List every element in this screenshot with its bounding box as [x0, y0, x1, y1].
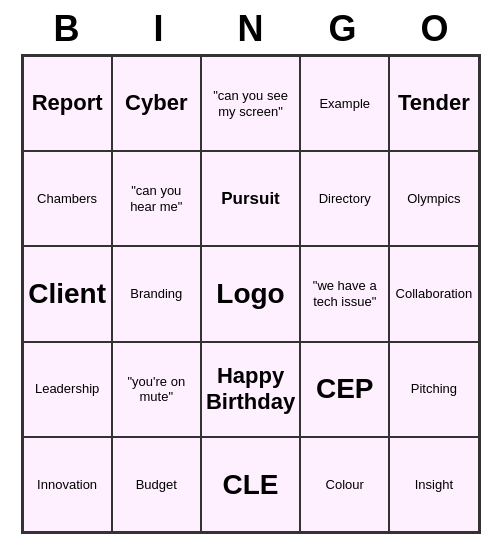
bingo-letter-b: B	[23, 8, 111, 50]
bingo-cell-2-0: Client	[23, 246, 112, 341]
bingo-cell-2-1: Branding	[112, 246, 201, 341]
bingo-cell-0-3: Example	[300, 56, 389, 151]
bingo-letter-i: I	[115, 8, 203, 50]
bingo-letter-g: G	[299, 8, 387, 50]
bingo-grid: ReportCyber"can you see my screen"Exampl…	[21, 54, 481, 534]
bingo-cell-1-0: Chambers	[23, 151, 112, 246]
bingo-cell-3-4: Pitching	[389, 342, 478, 437]
bingo-cell-4-3: Colour	[300, 437, 389, 532]
bingo-letter-n: N	[207, 8, 295, 50]
bingo-cell-1-1: "can you hear me"	[112, 151, 201, 246]
bingo-cell-4-2: CLE	[201, 437, 300, 532]
bingo-cell-2-3: "we have a tech issue"	[300, 246, 389, 341]
bingo-header: BINGO	[21, 0, 481, 54]
bingo-cell-3-2: Happy Birthday	[201, 342, 300, 437]
bingo-cell-3-0: Leadership	[23, 342, 112, 437]
bingo-cell-1-3: Directory	[300, 151, 389, 246]
bingo-cell-1-2: Pursuit	[201, 151, 300, 246]
bingo-cell-2-2: Logo	[201, 246, 300, 341]
bingo-cell-0-2: "can you see my screen"	[201, 56, 300, 151]
bingo-cell-0-0: Report	[23, 56, 112, 151]
bingo-cell-0-1: Cyber	[112, 56, 201, 151]
bingo-cell-4-4: Insight	[389, 437, 478, 532]
bingo-cell-0-4: Tender	[389, 56, 478, 151]
bingo-cell-1-4: Olympics	[389, 151, 478, 246]
bingo-cell-3-1: "you're on mute"	[112, 342, 201, 437]
bingo-cell-2-4: Collaboration	[389, 246, 478, 341]
bingo-cell-4-0: Innovation	[23, 437, 112, 532]
bingo-letter-o: O	[391, 8, 479, 50]
bingo-cell-3-3: CEP	[300, 342, 389, 437]
bingo-cell-4-1: Budget	[112, 437, 201, 532]
